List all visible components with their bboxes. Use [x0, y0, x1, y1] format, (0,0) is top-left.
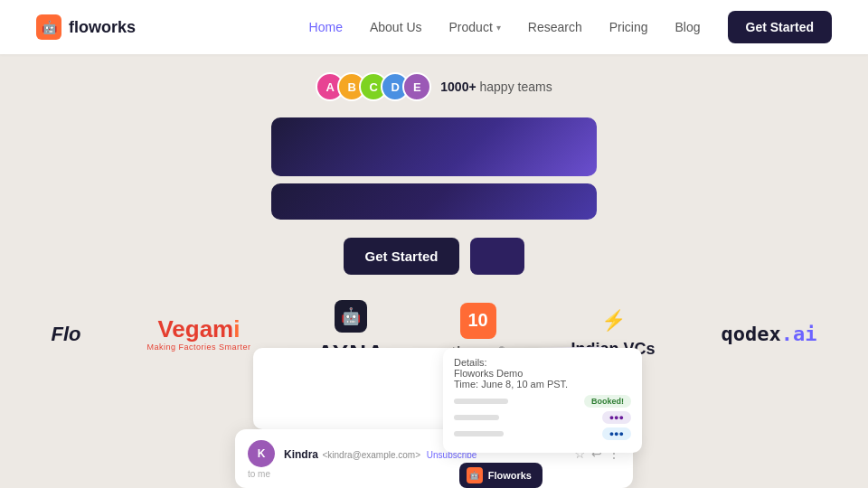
details-event: Floworks Demo: [454, 368, 523, 379]
ayna-icon: 🤖: [335, 300, 367, 333]
details-title: Details: Floworks Demo Time: June 8, 10 …: [454, 357, 631, 389]
indianvcs-icon: ⚡: [601, 309, 626, 333]
floworks-badge: 🤖 Floworks: [459, 463, 542, 488]
brand-qodex: qodex.ai: [722, 323, 817, 345]
nav-link-product-label: Product: [449, 20, 493, 34]
get-started-button-nav[interactable]: Get Started: [728, 11, 832, 43]
secondary-cta-button[interactable]: [470, 238, 524, 275]
logo[interactable]: 🤖 floworks: [36, 14, 136, 40]
brand-flo: Flo: [51, 323, 80, 346]
bottom-section: Details: Floworks Demo Time: June 8, 10 …: [0, 343, 868, 488]
sender-name: Kindra: [284, 448, 318, 461]
brand-flo-text: Flo: [51, 323, 80, 346]
happy-teams-count: 1000+: [440, 80, 476, 94]
get-started-button-hero[interactable]: Get Started: [344, 238, 460, 275]
nav-link-about[interactable]: About Us: [370, 20, 422, 34]
hero-subheadline-block: [271, 183, 597, 220]
status-pill-blue: ●●●: [602, 427, 631, 440]
sender-email-address: <kindra@example.com>: [322, 450, 422, 460]
status-pill-booked: Booked!: [584, 395, 631, 408]
nav-links: Home About Us Product ▾ Research Pricing…: [309, 20, 701, 34]
detail-bar-3: [454, 431, 504, 436]
ten-box: 10: [460, 303, 496, 339]
nav-link-research[interactable]: Research: [528, 20, 582, 34]
navbar: 🤖 floworks Home About Us Product ▾ Resea…: [0, 0, 868, 54]
details-time: Time: June 8, 10 am PST.: [454, 379, 568, 389]
details-row-2: ●●●: [454, 411, 631, 424]
email-to: to me: [248, 469, 620, 479]
logo-icon: 🤖: [36, 14, 61, 40]
avatars-group: A B C D E: [316, 72, 431, 101]
happy-teams-suffix: happy teams: [476, 80, 552, 94]
detail-bar-2: [454, 415, 499, 420]
sender-email-text: kindra@example.com: [327, 450, 415, 460]
details-label: Details:: [454, 357, 487, 368]
hero-headline-block: [271, 117, 597, 176]
nav-link-home[interactable]: Home: [309, 20, 343, 34]
happy-teams-text: 1000+ happy teams: [440, 80, 552, 94]
avatar-5: E: [402, 72, 431, 101]
nav-link-product[interactable]: Product ▾: [449, 20, 501, 34]
details-card: Details: Floworks Demo Time: June 8, 10 …: [443, 348, 642, 453]
brand-qodex-text: qodex.ai: [722, 323, 817, 345]
floworks-badge-icon: 🤖: [467, 467, 483, 483]
brand-vegam-name: Vegami: [157, 317, 240, 341]
logo-text: floworks: [69, 18, 136, 37]
demo-emails-container: Details: Floworks Demo Time: June 8, 10 …: [208, 348, 660, 488]
nav-link-blog[interactable]: Blog: [675, 20, 701, 34]
happy-teams-row: A B C D E 1000+ happy teams: [316, 72, 552, 101]
floworks-badge-text: Floworks: [488, 470, 532, 481]
chevron-down-icon: ▾: [496, 23, 501, 33]
details-row-1: Booked!: [454, 395, 631, 408]
nav-link-pricing[interactable]: Pricing: [609, 20, 648, 34]
status-pill-purple: ●●●: [602, 411, 631, 424]
cta-buttons-group: Get Started: [344, 238, 525, 275]
details-row-3: ●●●: [454, 427, 631, 440]
sender-avatar: K: [248, 440, 275, 467]
main-content: A B C D E 1000+ happy teams Get Started …: [0, 54, 868, 386]
detail-bar-1: [454, 399, 508, 404]
